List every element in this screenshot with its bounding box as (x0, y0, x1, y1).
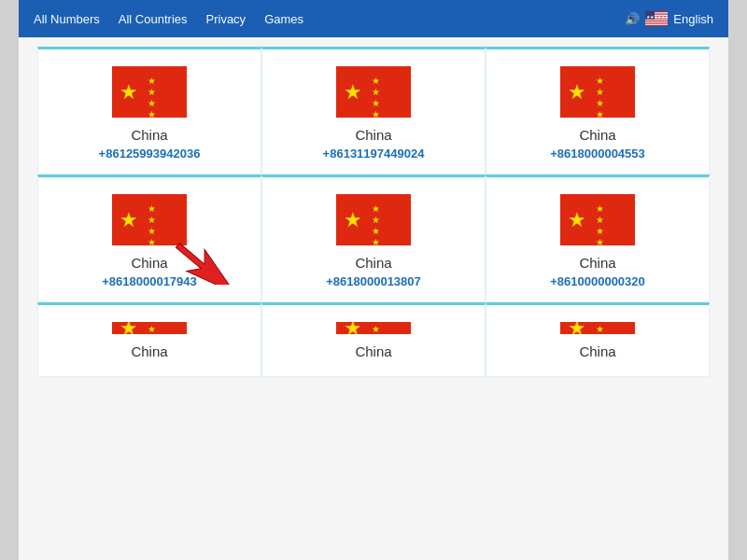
nav-games[interactable]: Games (264, 12, 303, 26)
country-name-5: China (579, 255, 615, 271)
flag-china-5: ★ ★ ★ ★ ★ (560, 194, 635, 245)
nav-all-countries[interactable]: All Countries (119, 12, 188, 26)
us-flag-icon: ★★★★★★ (645, 11, 668, 26)
speaker-icon: 🔊 (625, 12, 640, 26)
country-name-6: China (131, 343, 167, 359)
phone-number-5[interactable]: +8610000000320 (550, 274, 645, 288)
browser-window: All Numbers All Countries Privacy Games … (19, 0, 728, 560)
flag-china-0: ★ ★ ★ ★ ★ (112, 66, 187, 118)
svg-text:★★★★★★: ★★★★★★ (646, 14, 669, 20)
flag-china-2: ★ ★ ★ ★ ★ (560, 66, 635, 118)
country-name-0: China (131, 127, 167, 143)
phone-number-1[interactable]: +86131197449024 (323, 147, 425, 161)
card-3[interactable]: ★ ★ ★ ★ ★ China +8618000017943 (37, 175, 261, 302)
country-name-3: China (131, 255, 167, 271)
nav-links: All Numbers All Countries Privacy Games (34, 12, 303, 26)
phone-number-0[interactable]: +86125993942036 (99, 147, 201, 161)
country-name-4: China (355, 255, 391, 271)
flag-china-7: ★ ★ ★ ★ ★ (336, 322, 411, 334)
content-area: ★ ★ ★ ★ ★ China +86125993942036 ★ (19, 37, 728, 560)
country-name-8: China (579, 343, 615, 359)
nav-all-numbers[interactable]: All Numbers (34, 12, 100, 26)
svg-rect-6 (645, 24, 668, 25)
flag-china-8: ★ ★ ★ ★ ★ (560, 322, 635, 334)
card-7[interactable]: ★ ★ ★ ★ ★ China (261, 302, 486, 377)
card-5[interactable]: ★ ★ ★ ★ ★ China +8610000000320 (486, 175, 710, 302)
country-name-1: China (355, 127, 391, 143)
card-8[interactable]: ★ ★ ★ ★ ★ China (486, 302, 710, 377)
flag-china-6: ★ ★ ★ ★ ★ (112, 322, 187, 334)
flag-china-1: ★ ★ ★ ★ ★ (336, 66, 411, 118)
navbar: All Numbers All Countries Privacy Games … (19, 0, 728, 37)
language-label: English (673, 12, 713, 26)
card-2[interactable]: ★ ★ ★ ★ ★ China +8618000004553 (486, 47, 710, 175)
flag-china-4: ★ ★ ★ ★ ★ (336, 194, 411, 245)
card-6[interactable]: ★ ★ ★ ★ ★ China (37, 302, 261, 377)
card-4[interactable]: ★ ★ ★ ★ ★ China +8618000013807 (261, 175, 486, 302)
card-1[interactable]: ★ ★ ★ ★ ★ China +86131197449024 (261, 47, 486, 175)
country-name-2: China (579, 127, 615, 143)
flag-china-3: ★ ★ ★ ★ ★ (112, 194, 187, 245)
phone-number-3[interactable]: +8618000017943 (102, 274, 197, 288)
phone-number-4[interactable]: +8618000013807 (326, 274, 421, 288)
country-name-7: China (355, 343, 391, 359)
svg-rect-5 (645, 21, 668, 22)
phone-number-2[interactable]: +8618000004553 (550, 147, 645, 161)
nav-privacy[interactable]: Privacy (206, 12, 247, 26)
cards-grid: ★ ★ ★ ★ ★ China +86125993942036 ★ (37, 47, 710, 377)
card-0[interactable]: ★ ★ ★ ★ ★ China +86125993942036 (37, 47, 261, 175)
language-selector[interactable]: 🔊 ★★★★★★ English (625, 11, 713, 26)
